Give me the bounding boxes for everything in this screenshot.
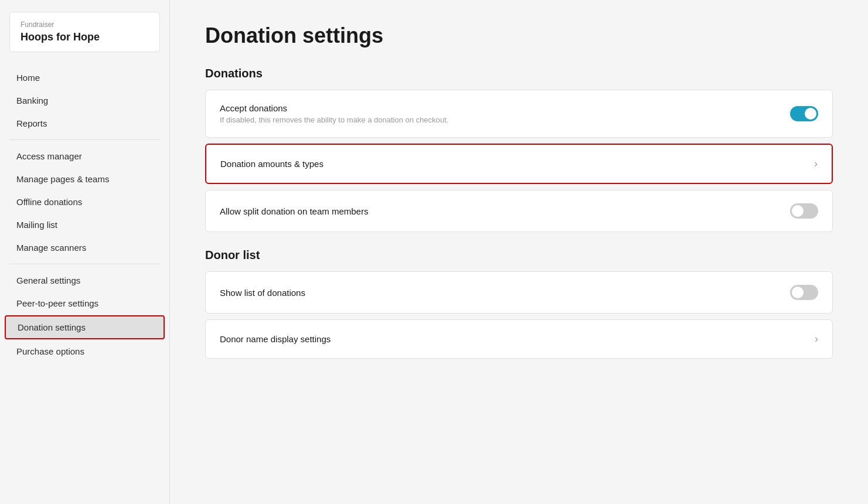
donor-name-display-title: Donor name display settings (220, 334, 331, 344)
donation-amounts-chevron-icon: › (814, 158, 818, 170)
donor-list-section-title: Donor list (205, 248, 833, 262)
sidebar-item-purchase-options[interactable]: Purchase options (5, 340, 165, 362)
accept-donations-toggle[interactable] (790, 106, 818, 121)
show-list-donations-row: Show list of donations (206, 272, 832, 313)
allow-split-donation-title: Allow split donation on team members (220, 206, 368, 216)
sidebar-item-donation-settings[interactable]: Donation settings (5, 315, 165, 339)
sidebar-item-reports[interactable]: Reports (5, 113, 165, 134)
sidebar-item-offline-donations[interactable]: Offline donations (5, 191, 165, 213)
donor-name-display-chevron-icon: › (815, 333, 818, 345)
sidebar-item-manage-scanners[interactable]: Manage scanners (5, 237, 165, 258)
sidebar-divider-2 (9, 264, 160, 264)
allow-split-donation-card: Allow split donation on team members (205, 190, 833, 232)
sidebar-nav: Home Banking Reports Access manager Mana… (0, 66, 169, 372)
sidebar-fundraiser-label: Fundraiser (21, 21, 149, 29)
donor-name-display-row[interactable]: Donor name display settings › (206, 320, 832, 358)
donation-amounts-row[interactable]: Donation amounts & types › (206, 145, 832, 183)
donation-amounts-title: Donation amounts & types (220, 159, 324, 169)
sidebar-section-2: Access manager Manage pages & teams Offl… (0, 145, 169, 259)
allow-split-donation-content: Allow split donation on team members (220, 206, 368, 216)
allow-split-donation-row: Allow split donation on team members (206, 190, 832, 231)
donations-section: Donations Accept donations If disabled, … (205, 67, 833, 232)
sidebar-section-3: General settings Peer-to-peer settings D… (0, 269, 169, 363)
show-list-donations-title: Show list of donations (220, 288, 305, 298)
sidebar-header[interactable]: Fundraiser Hoops for Hope (9, 12, 160, 52)
donation-amounts-card[interactable]: Donation amounts & types › (205, 144, 833, 184)
show-list-donations-slider (790, 285, 818, 300)
sidebar-section-1: Home Banking Reports (0, 66, 169, 135)
sidebar-item-general-settings[interactable]: General settings (5, 270, 165, 291)
allow-split-donation-toggle[interactable] (790, 203, 818, 219)
show-list-donations-content: Show list of donations (220, 288, 305, 298)
donor-name-display-card[interactable]: Donor name display settings › (205, 319, 833, 359)
sidebar: Fundraiser Hoops for Hope Home Banking R… (0, 0, 170, 504)
show-list-donations-card: Show list of donations (205, 271, 833, 314)
sidebar-item-manage-pages-teams[interactable]: Manage pages & teams (5, 168, 165, 190)
accept-donations-subtitle: If disabled, this removes the ability to… (220, 115, 448, 124)
sidebar-item-banking[interactable]: Banking (5, 90, 165, 111)
sidebar-item-home[interactable]: Home (5, 67, 165, 88)
sidebar-item-peer-to-peer-settings[interactable]: Peer-to-peer settings (5, 292, 165, 314)
page-title: Donation settings (205, 23, 833, 48)
accept-donations-content: Accept donations If disabled, this remov… (220, 103, 448, 124)
allow-split-donation-slider (790, 203, 818, 219)
sidebar-campaign-title: Hoops for Hope (21, 31, 149, 43)
show-list-donations-toggle[interactable] (790, 285, 818, 300)
main-content: Donation settings Donations Accept donat… (170, 0, 868, 504)
donations-section-title: Donations (205, 67, 833, 80)
accept-donations-slider (790, 106, 818, 121)
sidebar-item-mailing-list[interactable]: Mailing list (5, 214, 165, 236)
accept-donations-title: Accept donations (220, 103, 448, 113)
sidebar-item-access-manager[interactable]: Access manager (5, 145, 165, 167)
donor-list-section: Donor list Show list of donations Donor … (205, 248, 833, 359)
sidebar-divider-1 (9, 139, 160, 140)
accept-donations-row: Accept donations If disabled, this remov… (206, 90, 832, 137)
accept-donations-card: Accept donations If disabled, this remov… (205, 90, 833, 138)
